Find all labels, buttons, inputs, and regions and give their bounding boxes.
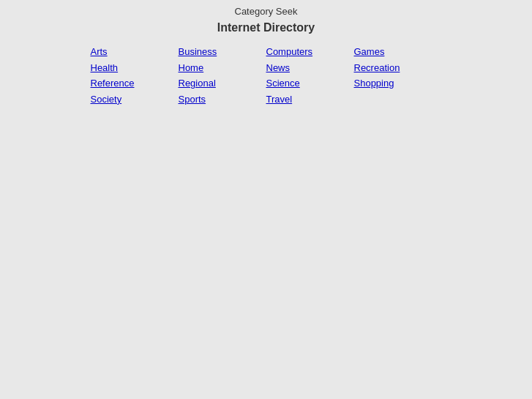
category-col-2: ComputersNewsScienceTravel xyxy=(266,45,354,106)
category-link-recreation[interactable]: Recreation xyxy=(354,61,442,75)
category-link-reference[interactable]: Reference xyxy=(91,76,179,91)
category-link-shopping[interactable]: Shopping xyxy=(354,76,442,91)
directory-title: Internet Directory xyxy=(217,21,315,34)
category-link-games[interactable]: Games xyxy=(354,45,442,59)
category-col-0: ArtsHealthReferenceSociety xyxy=(91,45,179,106)
category-link-computers[interactable]: Computers xyxy=(266,45,354,59)
category-col-3: GamesRecreationShopping xyxy=(354,45,442,106)
categories-grid: ArtsHealthReferenceSocietyBusinessHomeRe… xyxy=(91,45,442,106)
category-link-science[interactable]: Science xyxy=(266,76,354,91)
category-link-home[interactable]: Home xyxy=(179,61,266,75)
category-link-health[interactable]: Health xyxy=(91,61,179,75)
site-title: Category Seek xyxy=(235,6,298,17)
category-link-news[interactable]: News xyxy=(266,61,354,75)
category-link-travel[interactable]: Travel xyxy=(266,92,354,107)
category-link-regional[interactable]: Regional xyxy=(179,76,266,91)
category-link-arts[interactable]: Arts xyxy=(91,45,179,59)
category-col-1: BusinessHomeRegionalSports xyxy=(179,45,266,106)
category-link-society[interactable]: Society xyxy=(91,92,179,107)
category-link-business[interactable]: Business xyxy=(179,45,266,59)
category-link-sports[interactable]: Sports xyxy=(179,92,266,107)
page-wrapper: Category Seek Internet Directory ArtsHea… xyxy=(0,0,532,106)
